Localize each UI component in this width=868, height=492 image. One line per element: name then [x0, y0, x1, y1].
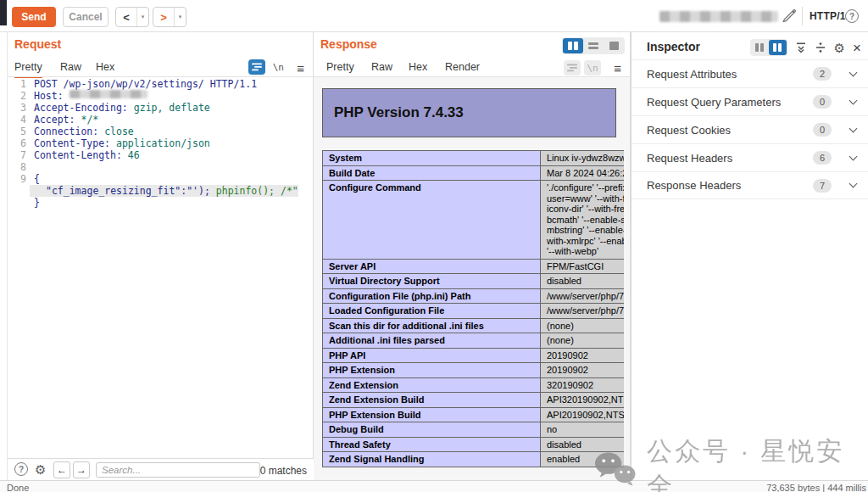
line-number: 4: [8, 114, 26, 126]
response-title: Response: [320, 37, 377, 51]
back-dropdown-button[interactable]: ▾: [136, 8, 148, 26]
inspector-section-label: Request Cookies: [647, 124, 813, 137]
single-pane-icon: [609, 42, 619, 50]
layout-single-button[interactable]: [604, 38, 624, 53]
phpinfo-row: Debug Build no: [323, 422, 625, 438]
request-line: 3Accept-Encoding:gzip, deflate: [8, 102, 313, 114]
search-next-button[interactable]: →: [73, 461, 90, 478]
inspector-section-label: Response Headers: [647, 179, 813, 192]
request-line-payload: "cf_image_resizing_fit":"'); phpinfo(); …: [8, 185, 313, 197]
request-editor[interactable]: 1POST /wp-json/wp/v2/settings/ HTTP/1.1 …: [8, 78, 313, 209]
request-menu-icon[interactable]: ≡: [297, 61, 304, 75]
phpinfo-label: Server API: [323, 259, 541, 274]
collapse-all-icon[interactable]: [815, 42, 826, 53]
search-prev-button[interactable]: ←: [53, 461, 70, 478]
status-bar: Done 73,635 bytes | 444 millis: [0, 480, 868, 492]
phpinfo-label: System: [323, 151, 541, 166]
top-toolbar: Send Cancel < ▾ > ▾ HTTP/1 ?: [0, 0, 868, 32]
phpinfo-label: Scan this dir for additional .ini files: [323, 318, 541, 333]
tab-response-raw[interactable]: Raw: [371, 61, 392, 73]
header-value: application/json: [116, 137, 210, 149]
tab-response-render[interactable]: Render: [445, 61, 480, 78]
send-button[interactable]: Send: [12, 7, 56, 27]
phpinfo-row: PHP Extension 20190902: [323, 363, 625, 378]
request-line: 9{: [8, 173, 313, 185]
header-value: close: [104, 126, 134, 137]
tab-response-pretty[interactable]: Pretty: [326, 61, 354, 73]
line-number: 1: [8, 78, 26, 90]
inspector-section-label: Request Headers: [647, 152, 813, 165]
body-brace: }: [26, 197, 40, 209]
line-number: 8: [8, 161, 26, 173]
phpinfo-label: PHP Extension: [323, 363, 541, 378]
line-number: 9: [8, 173, 26, 185]
expand-all-icon[interactable]: [795, 42, 807, 53]
burp-repeater-window: Send Cancel < ▾ > ▾ HTTP/1 ? Request Pre…: [0, 0, 868, 492]
phpinfo-row: Additional .ini files parsed (none): [323, 333, 625, 349]
inspector-section-row[interactable]: Request Headers 6: [632, 143, 868, 171]
phpinfo-version-header: PHP Version 7.4.33: [322, 88, 616, 137]
inspector-section-row[interactable]: Request Query Parameters 0: [632, 87, 868, 115]
forward-dropdown-button[interactable]: ▾: [174, 8, 186, 26]
request-panel: Request Pretty Raw Hex \n ≡ 1POST /wp-js…: [7, 32, 314, 458]
phpinfo-label: Virtual Directory Support: [323, 274, 541, 289]
phpinfo-value: (none): [541, 318, 625, 333]
inspector-settings-gear-icon[interactable]: ⚙: [834, 42, 845, 54]
tab-request-hex[interactable]: Hex: [96, 61, 114, 73]
edit-target-icon[interactable]: [782, 8, 797, 24]
phpinfo-label: Thread Safety: [323, 437, 541, 452]
forward-button[interactable]: >: [153, 8, 174, 26]
inspector-dock-left-button[interactable]: [751, 40, 769, 55]
header-name: Host:: [26, 90, 64, 102]
request-line: 1POST /wp-json/wp/v2/settings/ HTTP/1.1: [8, 78, 313, 90]
inspector-section-count-badge: 0: [813, 95, 832, 109]
tab-request-raw[interactable]: Raw: [60, 61, 81, 73]
phpinfo-value: (none): [541, 333, 625, 349]
phpinfo-value: './configure' '--prefix=/w user=www' '--…: [541, 181, 625, 260]
chevron-down-icon: [849, 68, 858, 76]
inspector-section-row[interactable]: Request Cookies 0: [632, 115, 868, 143]
phpinfo-value: 20190902: [541, 363, 625, 378]
inspector-section-row[interactable]: Response Headers 7: [632, 171, 868, 199]
phpinfo-label: Configuration File (php.ini) Path: [323, 288, 541, 304]
http-version-label[interactable]: HTTP/1: [810, 10, 846, 22]
inspector-layout-toggle: [750, 39, 787, 56]
phpinfo-label: Zend Signal Handling: [323, 452, 541, 467]
response-menu-icon[interactable]: ≡: [614, 61, 621, 75]
request-line: 4Accept:*/*: [8, 114, 313, 126]
newline-toggle-icon[interactable]: \n: [273, 62, 284, 73]
response-render-view[interactable]: PHP Version 7.4.33 System Linux iv-ydwz8…: [314, 77, 630, 480]
layout-rows-button[interactable]: [583, 38, 604, 53]
back-button[interactable]: <: [116, 8, 136, 26]
header-value: gzip, deflate: [134, 102, 210, 114]
prettify-icon[interactable]: [248, 59, 265, 78]
tab-request-pretty[interactable]: Pretty: [14, 61, 42, 78]
payload-key: "cf_image_resizing_fit":"');: [46, 185, 210, 197]
cancel-button[interactable]: Cancel: [63, 7, 108, 27]
phpinfo-table: System Linux iv-ydwz8wzwn4 Build Date Ma…: [322, 150, 624, 467]
search-settings-gear-icon[interactable]: ⚙: [35, 463, 46, 476]
line-number: 5: [8, 126, 26, 137]
request-line: 6Content-Type:application/json: [8, 137, 313, 149]
search-input[interactable]: [96, 462, 260, 478]
inspector-close-icon[interactable]: ×: [853, 41, 861, 55]
phpinfo-value: 20190902: [541, 348, 625, 363]
phpinfo-row: Loaded Configuration File /www/server/ph…: [323, 304, 625, 319]
phpinfo-row: System Linux iv-ydwz8wzwn4: [323, 151, 625, 166]
rows-icon: [588, 42, 598, 49]
tab-response-hex[interactable]: Hex: [409, 61, 427, 73]
history-forward-control: > ▾: [153, 7, 186, 27]
inspector-dock-right-button[interactable]: [769, 40, 787, 55]
layout-columns-button[interactable]: [563, 38, 583, 53]
request-line: 8: [8, 161, 313, 173]
phpinfo-label: PHP API: [323, 348, 541, 363]
history-back-control: < ▾: [115, 7, 149, 27]
header-name: Content-Length:: [26, 149, 122, 161]
request-line-text: POST /wp-json/wp/v2/settings/ HTTP/1.1: [26, 78, 257, 90]
search-help-icon[interactable]: ?: [14, 462, 28, 476]
help-icon[interactable]: ?: [845, 9, 859, 23]
chevron-down-icon: [849, 96, 858, 104]
window-edge-decoration: [0, 0, 7, 25]
inspector-toolbar: ⚙ ×: [750, 39, 861, 56]
inspector-section-row[interactable]: Request Attributes 2: [632, 59, 868, 87]
